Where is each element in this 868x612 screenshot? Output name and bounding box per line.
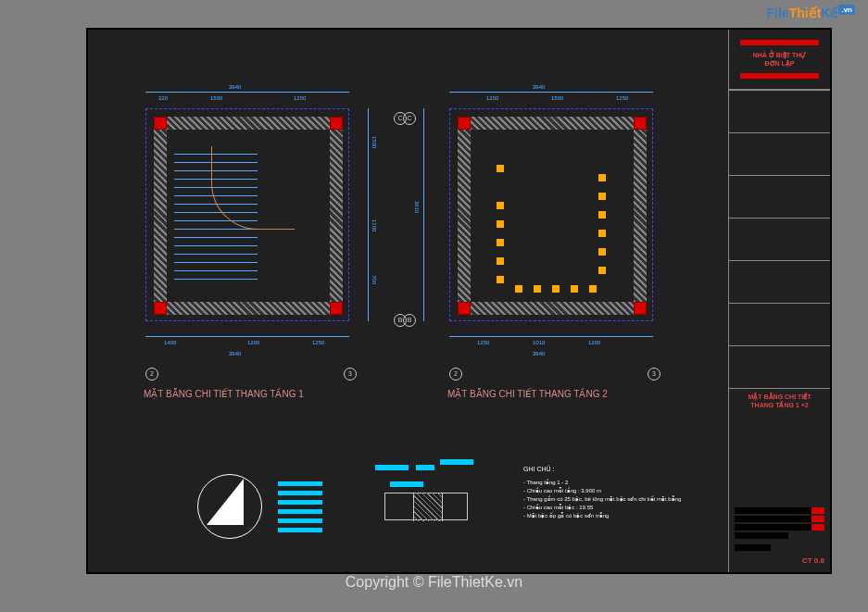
light-icon (598, 230, 606, 237)
title-block: NHÀ Ở BIỆT THỰ ĐƠN LẬP MẶT BẰNG CHI TIẾT… (728, 30, 830, 572)
note-line: - Thang gồm có 25 bậc, bê tông mặt bậc s… (523, 495, 746, 504)
layer-bar (278, 491, 322, 495)
dimension-line (449, 336, 653, 337)
grid-bubble: C (403, 112, 416, 125)
tb-section (729, 345, 830, 388)
light-icon (598, 211, 606, 219)
dim: 220 (158, 95, 168, 101)
decorative-bar (740, 40, 819, 45)
light-icon (598, 248, 606, 256)
plan-2-title: MẶT BẰNG CHI TIẾT THANG TẦNG 2 (447, 389, 608, 399)
wall (458, 302, 647, 315)
column-icon (330, 302, 343, 315)
plan-1-title: MẶT BẰNG CHI TIẾT THANG TẦNG 1 (144, 389, 304, 399)
note-line: - Chiều cao mỗi tầng : 3.900 m (523, 487, 746, 495)
tb-section (729, 303, 830, 345)
light-icon (598, 267, 606, 274)
layer-bar (278, 528, 322, 532)
scale-row (735, 507, 824, 514)
dimension-overall: 3940 (229, 84, 241, 90)
grid-bubble: B (403, 314, 416, 327)
tb-section (729, 260, 830, 303)
wall (154, 117, 343, 130)
detail-layers (278, 481, 322, 537)
tb-section (729, 175, 830, 218)
dim: 3940 (533, 351, 545, 356)
floor-plan-2: 3940 1200 1500 1250 (440, 81, 690, 368)
column-icon (154, 117, 167, 130)
dim: 1250 (616, 95, 628, 101)
site-logo: FileThiếtKế.vn (767, 6, 855, 20)
dim: 1500 (551, 95, 563, 101)
dim: 1200 (247, 340, 259, 345)
light-icon (497, 202, 504, 209)
column-icon (458, 302, 471, 315)
decorative-bar (740, 73, 819, 79)
scale-row (735, 532, 824, 539)
dim: 3610 (414, 201, 420, 213)
dimension-line (449, 92, 653, 93)
wall (634, 117, 647, 315)
drawing-sheet: 3940 220 1500 1250 1500 1100 700 1400 (86, 28, 832, 574)
light-icon (497, 165, 504, 172)
wall (330, 117, 343, 315)
scale-row (735, 544, 824, 551)
wall (458, 117, 647, 130)
floor-plan-1: 3940 220 1500 1250 1500 1100 700 1400 (136, 81, 386, 368)
grid-bubble: 3 (344, 368, 357, 381)
plan-boundary (449, 108, 653, 321)
wall (458, 117, 471, 315)
note-line: - Thang tầng 1 - 2 (523, 479, 746, 487)
column-icon (634, 117, 647, 130)
layer-bar (390, 481, 423, 487)
scale-row (735, 524, 824, 531)
dimension-line (145, 92, 349, 93)
light-icon (589, 285, 597, 293)
light-icon (534, 285, 541, 293)
layer-bar (278, 500, 322, 505)
light-icon (598, 174, 606, 181)
dim: 3940 (229, 351, 241, 356)
layer-bar (278, 481, 322, 486)
tb-section (729, 218, 830, 260)
notes-block: GHI CHÚ : - Thang tầng 1 - 2 - Chiều cao… (523, 465, 746, 520)
dim: 1010 (533, 340, 545, 345)
drawing-code: CT 0.8 (735, 556, 824, 565)
dimension-line (368, 108, 369, 321)
copyright-watermark: Copyright © FileThietKe.vn (0, 574, 868, 591)
dimension-line (423, 108, 424, 321)
dim: 1500 (210, 95, 222, 101)
project-name: NHÀ Ở BIỆT THỰ ĐƠN LẬP (733, 51, 826, 68)
light-icon (515, 285, 522, 293)
dimension-line (145, 336, 349, 337)
drawing-title: MẶT BẰNG CHI TIẾT THANG TẦNG 1 +2 (729, 389, 830, 413)
light-icon (497, 257, 504, 265)
beam-detail (375, 465, 477, 539)
dim: 1400 (164, 340, 176, 345)
dim: 700 (371, 275, 377, 284)
column-icon (154, 302, 167, 315)
titleblock-header: NHÀ Ở BIỆT THỰ ĐƠN LẬP (729, 30, 830, 89)
tb-bottom: CT 0.8 (735, 507, 824, 565)
tb-drawing-title-section: MẶT BẰNG CHI TIẾT THANG TẦNG 1 +2 (729, 388, 830, 431)
stair-profile-icon (207, 479, 244, 525)
wall (154, 302, 343, 315)
dim: 1100 (371, 219, 377, 231)
column-icon (330, 117, 343, 130)
layer-bar (440, 459, 473, 465)
dim: 1200 (486, 95, 498, 101)
wall (154, 117, 167, 315)
notes-title: GHI CHÚ : (523, 465, 746, 475)
tb-section (729, 132, 830, 175)
light-fixtures (497, 165, 608, 294)
light-icon (571, 285, 578, 293)
layer-bar (416, 465, 434, 470)
beam-section-icon (384, 493, 468, 520)
light-icon (497, 276, 504, 283)
layer-bar (278, 518, 322, 523)
light-icon (497, 220, 504, 228)
dim: 3940 (533, 84, 545, 90)
grid-bubble: 2 (145, 368, 158, 381)
layer-bar (278, 509, 322, 514)
dim: 1250 (294, 95, 306, 101)
